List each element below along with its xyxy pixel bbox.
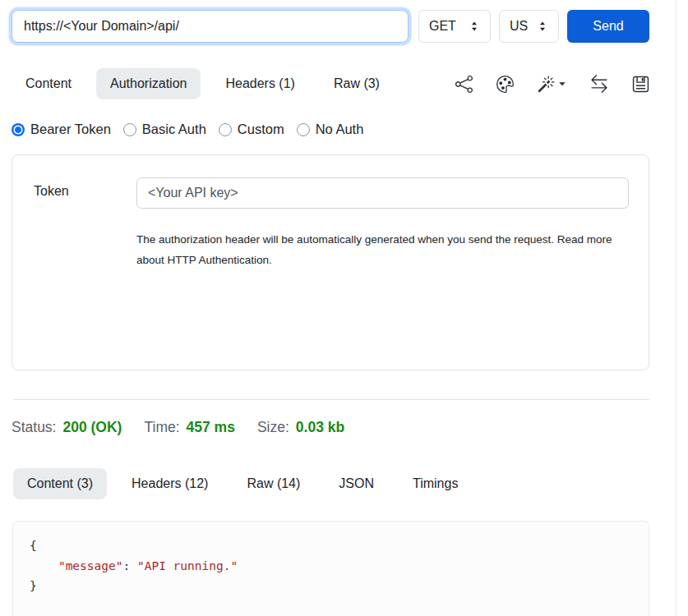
region-select[interactable]: US [499, 10, 559, 43]
auth-panel: Token The authorization header will be a… [12, 154, 649, 370]
share-button[interactable] [455, 76, 473, 93]
send-button[interactable]: Send [567, 10, 649, 43]
swap-arrows-icon [590, 75, 608, 93]
token-input[interactable] [136, 177, 629, 209]
json-brace: { [30, 539, 37, 552]
auth-type-row: Bearer Token Basic Auth Custom No Auth [12, 122, 649, 137]
token-label: Token [34, 177, 136, 370]
size-value: 0.03 kb [296, 419, 344, 436]
region-select-value: US [510, 19, 528, 34]
select-arrows-icon [469, 21, 480, 32]
divider [13, 399, 649, 400]
response-tabs-row: Content (3) Headers (12) Raw (14) JSON T… [13, 468, 649, 499]
tab-raw[interactable]: Raw (3) [320, 68, 394, 99]
save-icon [632, 76, 649, 93]
share-icon [455, 76, 473, 93]
select-arrows-icon [537, 21, 548, 32]
response-body: { "message": "API running." } [12, 521, 649, 616]
status-label: Status: [12, 419, 56, 436]
palette-icon [496, 76, 514, 93]
json-value: "API running." [137, 559, 238, 572]
time-label: Time: [144, 419, 179, 436]
tab-headers[interactable]: Headers (1) [211, 68, 308, 99]
radio-custom[interactable]: Custom [219, 122, 284, 137]
api-client-page: GET US Send Content Authorization Header… [0, 0, 676, 616]
code-line: { [30, 536, 632, 556]
save-button[interactable] [632, 76, 649, 93]
json-key: "message" [58, 559, 123, 572]
size-label: Size: [257, 419, 289, 436]
chevron-down-icon [558, 80, 566, 88]
response-tab-content[interactable]: Content (3) [13, 468, 107, 499]
radio-label: Bearer Token [30, 122, 111, 137]
radio-label: No Auth [316, 122, 364, 137]
radio-unchecked-icon [123, 123, 136, 136]
radio-label: Custom [238, 122, 284, 137]
request-bar: GET US Send [12, 10, 649, 43]
radio-basic-auth[interactable]: Basic Auth [123, 122, 206, 137]
request-tabs-row: Content Authorization Headers (1) Raw (3… [12, 68, 649, 99]
method-select[interactable]: GET [418, 10, 491, 43]
response-tab-headers[interactable]: Headers (12) [118, 468, 222, 499]
url-input[interactable] [12, 10, 409, 43]
toolbar [455, 75, 649, 93]
method-select-value: GET [429, 19, 456, 34]
response-tab-json[interactable]: JSON [325, 468, 388, 499]
status-value: 200 (OK) [62, 419, 122, 436]
code-line: } [30, 576, 632, 596]
response-tab-timings[interactable]: Timings [399, 468, 472, 499]
response-status-row: Status: 200 (OK) Time: 457 ms Size: 0.03… [12, 419, 649, 436]
radio-unchecked-icon [297, 123, 310, 136]
radio-label: Basic Auth [142, 122, 206, 137]
code-line: "message": "API running." [30, 556, 632, 577]
json-colon: : [122, 559, 136, 572]
response-tab-raw[interactable]: Raw (14) [233, 468, 314, 499]
radio-no-auth[interactable]: No Auth [297, 122, 364, 137]
generate-code-button[interactable] [538, 76, 566, 93]
time-value: 457 ms [187, 419, 235, 436]
radio-bearer-token[interactable]: Bearer Token [12, 122, 111, 137]
json-brace: } [30, 579, 37, 592]
tab-authorization[interactable]: Authorization [96, 68, 201, 99]
magic-wand-icon [538, 76, 555, 93]
tab-content[interactable]: Content [12, 68, 85, 99]
auth-helper-text: The authorization header will be automat… [136, 229, 613, 270]
convert-button[interactable] [590, 75, 608, 93]
radio-checked-icon [12, 123, 25, 136]
radio-unchecked-icon [219, 123, 232, 136]
theme-button[interactable] [496, 76, 514, 93]
